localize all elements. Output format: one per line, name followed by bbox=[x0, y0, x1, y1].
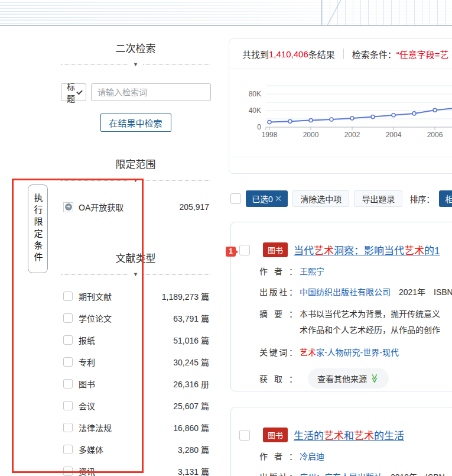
condition-label: 检索条件： bbox=[352, 48, 396, 60]
annotation-vertical-label: 执行限定条件 bbox=[28, 184, 48, 273]
section-divider: ▼ bbox=[61, 271, 210, 278]
text-segment: 术作品和个人 bbox=[300, 325, 349, 335]
secondary-search-title: 二次检索 bbox=[61, 40, 210, 55]
svg-text:1998: 1998 bbox=[262, 131, 278, 139]
doc-type-label: 资讯 bbox=[79, 465, 95, 476]
search-field-select[interactable]: 标题 bbox=[61, 83, 86, 101]
header-divider bbox=[343, 48, 344, 59]
section-divider: ▼ bbox=[61, 177, 210, 184]
condition-value: “任意字段=艺 bbox=[396, 48, 449, 60]
result-checkbox[interactable] bbox=[239, 430, 250, 441]
selected-count-button[interactable]: 已选0✕ bbox=[246, 190, 288, 207]
double-chevron-down-icon: ≫ bbox=[369, 374, 380, 383]
highlight-term: 艺术 bbox=[341, 309, 357, 319]
oa-arrow-icon: ➜ bbox=[63, 202, 73, 212]
collapse-triangle-icon[interactable]: ▼ bbox=[128, 272, 143, 277]
doc-type-checkbox[interactable] bbox=[63, 401, 73, 410]
text-segment: 2021年 ISBN bbox=[391, 287, 452, 297]
field-label-keywords: 关键词： bbox=[259, 346, 297, 359]
result-index-tag: 1 bbox=[226, 247, 236, 257]
oa-count: 205,917 bbox=[179, 202, 209, 212]
oa-open-access-row[interactable]: ➜ OA开放获取 205,917 bbox=[63, 199, 209, 215]
collapse-triangle-icon[interactable]: ▼ bbox=[128, 178, 143, 183]
sort-label: 排序： bbox=[409, 193, 434, 205]
doc-type-checkbox[interactable] bbox=[63, 357, 73, 367]
doc-type-count: 25,607 篇 bbox=[173, 400, 209, 412]
doc-type-checkbox[interactable] bbox=[63, 313, 73, 323]
field-label-abstract: 摘要： bbox=[259, 306, 297, 322]
results-summary-card: 共找到1,410,406条结果 检索条件： “任意字段=艺 1998200020… bbox=[229, 38, 452, 174]
doc-type-label: 学位论文 bbox=[79, 312, 112, 324]
text-segment: 生活的 bbox=[294, 430, 324, 442]
svg-text:2002: 2002 bbox=[344, 131, 360, 139]
chevron-down-icon bbox=[76, 88, 83, 95]
svg-text:40K: 40K bbox=[249, 106, 261, 115]
field-value-author[interactable]: 冷启迪 bbox=[300, 452, 324, 461]
doc-type-title: 文献类型 bbox=[61, 250, 210, 265]
doc-type-row: 期刊文献1,189,273 篇 bbox=[63, 285, 209, 307]
select-all-checkbox[interactable] bbox=[230, 193, 241, 204]
export-records-button[interactable]: 导出题录 bbox=[354, 190, 402, 207]
doc-type-row: 图书26,316 册 bbox=[63, 373, 209, 394]
doc-type-count: 3,131 篇 bbox=[178, 465, 209, 476]
doc-type-checkbox[interactable] bbox=[63, 445, 73, 454]
doc-type-count: 63,791 篇 bbox=[173, 312, 209, 324]
text-segment: 的生活 bbox=[374, 430, 404, 442]
field-value-abstract: 本书以当代艺术为背景，抛开传统意义 术作品和个人艺术经历，从作品的创作 bbox=[300, 306, 440, 338]
result-title-link[interactable]: 当代艺术洞察：影响当代艺术的1 bbox=[294, 242, 440, 257]
text-segment: 的1 bbox=[424, 245, 440, 257]
search-field-value: 标题 bbox=[67, 80, 77, 104]
doc-type-list: 期刊文献1,189,273 篇学位论文63,791 篇报纸51,016 篇专利3… bbox=[63, 285, 209, 476]
doc-type-count: 30,245 篇 bbox=[173, 356, 209, 368]
text-segment: 中国纺织出版社有限公司 bbox=[300, 287, 391, 297]
sort-relevance-button[interactable]: 相关度 bbox=[439, 190, 452, 207]
secondary-search-input[interactable] bbox=[91, 83, 211, 101]
search-in-results-button[interactable]: 在结果中检索 bbox=[100, 114, 171, 132]
field-value-keywords[interactable]: 艺术家-人物研究-世界-现代 bbox=[300, 348, 399, 357]
text-segment: 为背景，抛开传统意义 bbox=[357, 309, 440, 319]
field-label-publisher: 出版社： bbox=[259, 286, 297, 299]
doc-type-checkbox[interactable] bbox=[63, 467, 73, 476]
doc-type-checkbox[interactable] bbox=[63, 379, 73, 388]
highlight-term: 艺术 bbox=[404, 245, 424, 257]
doc-type-row: 专利30,245 篇 bbox=[63, 351, 209, 373]
field-value-publisher[interactable]: 广州：广东人民出版社 2019年 ISBN bbox=[300, 472, 445, 476]
doc-type-label: 专利 bbox=[79, 356, 95, 368]
doc-type-row: 资讯3,131 篇 bbox=[63, 460, 209, 476]
highlight-term: 艺术 bbox=[354, 430, 374, 442]
doc-type-badge: 图书 bbox=[263, 242, 288, 257]
summary-count: 1,410,406 bbox=[269, 49, 308, 59]
svg-text:2000: 2000 bbox=[303, 131, 319, 139]
doc-type-count: 16,860 篇 bbox=[173, 422, 209, 433]
clear-selected-button[interactable]: 清除选中项 bbox=[292, 190, 349, 207]
doc-type-row: 多媒体3,280 篇 bbox=[63, 438, 209, 460]
doc-type-checkbox[interactable] bbox=[63, 292, 73, 301]
collapse-triangle-icon[interactable]: ▼ bbox=[128, 62, 143, 67]
text-segment: 王熙宁 bbox=[300, 267, 324, 276]
top-banner bbox=[0, 0, 452, 26]
highlight-term: 艺术 bbox=[300, 348, 316, 357]
text-segment: 和 bbox=[344, 430, 354, 442]
results-summary-header: 共找到1,410,406条结果 检索条件： “任意字段=艺 bbox=[229, 39, 452, 69]
abstract-line-2: 术作品和个人艺术经历，从作品的创作 bbox=[300, 322, 440, 338]
field-value-publisher[interactable]: 中国纺织出版社有限公司 2021年 ISBN bbox=[300, 287, 452, 297]
field-value-author[interactable]: 王熙宁 bbox=[300, 267, 324, 276]
field-label-author: 作者： bbox=[259, 265, 297, 278]
results-year-chart: 19982000200220042006040K80K bbox=[229, 69, 452, 157]
doc-type-count: 26,316 册 bbox=[173, 378, 209, 390]
highlight-term: 艺术 bbox=[349, 325, 366, 335]
close-icon[interactable]: ✕ bbox=[275, 193, 282, 204]
text-segment: 家-人物研究-世界-现代 bbox=[316, 348, 399, 357]
view-other-sources-button[interactable]: 查看其他来源 ≫ bbox=[308, 368, 389, 388]
oa-label: OA开放获取 bbox=[79, 201, 123, 213]
highlight-term: 艺术 bbox=[314, 245, 334, 257]
text-segment: 2019年 ISBN bbox=[382, 472, 445, 476]
doc-type-checkbox[interactable] bbox=[63, 335, 73, 345]
highlight-term: 艺术 bbox=[324, 430, 344, 442]
doc-type-count: 3,280 篇 bbox=[178, 443, 209, 455]
doc-type-count: 51,016 篇 bbox=[173, 334, 209, 346]
doc-type-checkbox[interactable] bbox=[63, 423, 73, 432]
result-checkbox[interactable] bbox=[239, 245, 250, 255]
text-segment: 经历，从作品的创作 bbox=[366, 325, 440, 335]
result-title-link[interactable]: 生活的艺术和艺术的生活 bbox=[294, 428, 404, 442]
